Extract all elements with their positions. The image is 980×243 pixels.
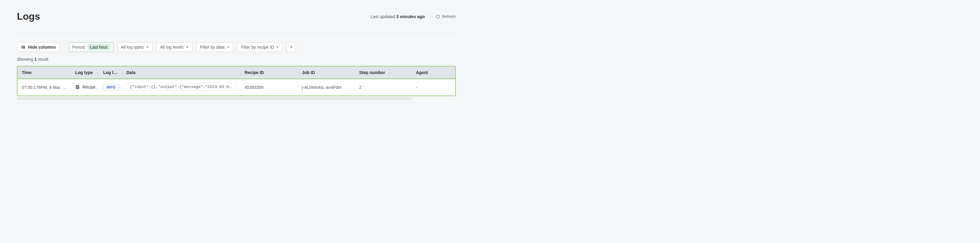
period-filter[interactable]: Period: Last hour	[69, 42, 113, 52]
period-value: Last hour	[88, 44, 110, 50]
result-suffix: result	[37, 57, 48, 62]
log-type-label: Recipe	[82, 85, 95, 90]
cell-log-type: Recipe	[71, 79, 99, 96]
hide-columns-button[interactable]: Hide columns	[17, 42, 60, 52]
recipe-icon	[75, 85, 80, 90]
log-level-badge: INFO	[103, 84, 119, 91]
period-label: Period:	[72, 45, 86, 50]
svg-rect-1	[23, 46, 24, 48]
col-log-type[interactable]: Log type	[71, 66, 99, 79]
filter-toolbar: Hide columns Period: Last hour All log t…	[17, 42, 456, 52]
col-log-level[interactable]: Log level	[99, 66, 122, 79]
result-count: Showing 1 result	[17, 57, 456, 62]
log-types-filter[interactable]: All log types	[117, 42, 153, 52]
col-job-id[interactable]: Job ID	[298, 66, 355, 79]
chevron-down-icon	[276, 47, 279, 48]
result-prefix: Showing	[17, 57, 35, 62]
header-divider	[17, 33, 456, 33]
chevron-down-icon	[146, 47, 149, 48]
page-title: Logs	[17, 11, 40, 22]
refresh-label: Refresh	[442, 14, 456, 19]
svg-rect-0	[22, 46, 22, 48]
chevron-down-icon	[186, 47, 189, 48]
table-row[interactable]: 07:00.176PM, 4 Mar, 2024 Recipe	[18, 79, 456, 96]
horizontal-scrollbar[interactable]	[17, 97, 412, 100]
refresh-button[interactable]: Refresh	[436, 14, 456, 19]
logs-table-container: Time Log type Log level Data Recipe ID J…	[17, 66, 456, 96]
svg-rect-4	[76, 86, 79, 86]
cell-agent: -	[412, 79, 456, 96]
plus-icon: +	[290, 44, 293, 50]
last-updated-value: 3 minutes ago	[396, 14, 425, 19]
data-preview[interactable]: {"input":{},"output":{"message":"2024-03…	[126, 83, 236, 91]
col-recipe-id[interactable]: Recipe ID	[240, 66, 298, 79]
cell-job-id: j-ALbWx4sL-an4Fdm	[298, 79, 355, 96]
table-header-row: Time Log type Log level Data Recipe ID J…	[18, 66, 456, 79]
cell-data: {"input":{},"output":{"message":"2024-03…	[122, 79, 240, 96]
cell-step-number: 2	[355, 79, 412, 96]
filter-by-data[interactable]: Filter by data	[196, 42, 233, 52]
col-step-number[interactable]: Step number	[355, 66, 412, 79]
add-filter-button[interactable]: +	[286, 42, 296, 52]
cell-log-level: INFO	[99, 79, 122, 96]
header-right: Last updated 3 minutes ago Refresh	[371, 13, 456, 20]
cell-recipe-id: 45393359	[240, 79, 298, 96]
svg-rect-5	[76, 87, 79, 87]
col-data[interactable]: Data	[122, 66, 240, 79]
cell-time: 07:00.176PM, 4 Mar, 2024	[18, 79, 71, 96]
chevron-down-icon	[227, 47, 229, 48]
log-levels-filter[interactable]: All log levels	[156, 42, 192, 52]
refresh-icon	[436, 14, 440, 19]
filter-by-recipe-id-label: Filter by recipe ID	[241, 45, 274, 50]
vertical-separator	[430, 13, 430, 20]
filter-by-data-label: Filter by data	[200, 45, 224, 50]
col-agent[interactable]: Agent	[412, 66, 456, 79]
last-updated-text: Last updated 3 minutes ago	[371, 14, 425, 19]
page-header: Logs Last updated 3 minutes ago Refresh	[17, 11, 456, 22]
svg-rect-2	[24, 46, 25, 48]
last-updated-prefix: Last updated	[371, 14, 396, 19]
col-time[interactable]: Time	[18, 66, 71, 79]
log-levels-label: All log levels	[160, 45, 184, 50]
log-types-label: All log types	[121, 45, 144, 50]
svg-rect-6	[76, 88, 78, 88]
filter-by-recipe-id[interactable]: Filter by recipe ID	[237, 42, 283, 52]
columns-icon	[21, 45, 26, 49]
hide-columns-label: Hide columns	[28, 45, 56, 50]
logs-table: Time Log type Log level Data Recipe ID J…	[18, 66, 456, 96]
